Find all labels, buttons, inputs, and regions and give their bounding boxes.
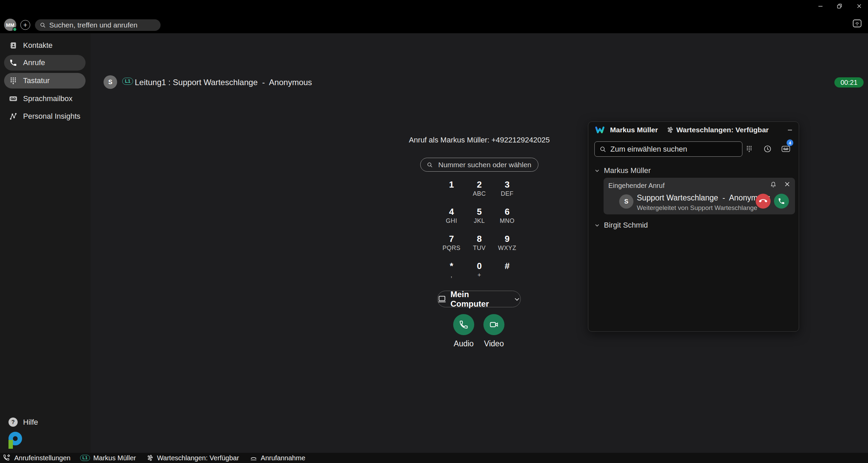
popup-owner-name: Markus Müller	[610, 126, 658, 134]
accept-phone-icon	[778, 197, 785, 205]
popup-minimize-button[interactable]	[787, 127, 793, 133]
close-icon	[856, 3, 862, 9]
popup-section-birgit-schmid[interactable]: Birgit Schmid	[594, 221, 648, 230]
audio-call-button[interactable]	[453, 314, 474, 335]
queue-status-label: Warteschlangen: Verfügbar	[157, 454, 239, 462]
dialpad-key-star[interactable]: *,	[438, 261, 465, 288]
popup-queue-status[interactable]: Warteschlangen: Verfügbar	[667, 126, 769, 134]
line-badge: L1	[122, 78, 133, 85]
global-search-bar	[35, 19, 161, 31]
incoming-call-title: Support Warteschlange - Anonymous	[637, 193, 770, 202]
popup-queue-status-label: Warteschlangen: Verfügbar	[676, 126, 769, 134]
chevron-down-icon	[594, 168, 600, 173]
active-call-title[interactable]: Leitung1 : Support Warteschlange - Anony…	[135, 78, 312, 87]
dialpad-icon	[746, 145, 753, 153]
sidebar-item-sprachmailbox[interactable]: Sprachmailbox	[4, 91, 86, 107]
popup-history-button[interactable]	[763, 144, 772, 154]
sidebar-item-kontakte[interactable]: Kontakte	[4, 38, 86, 53]
placetel-logo-stem	[8, 440, 13, 449]
popup-dialpad-button[interactable]	[744, 144, 754, 154]
insights-icon	[9, 112, 18, 121]
section-name: Markus Müller	[604, 166, 651, 175]
decline-call-button[interactable]	[756, 194, 771, 209]
accept-call-button[interactable]	[774, 194, 789, 209]
window-minimize-button[interactable]	[813, 1, 828, 12]
caller-id-line: Anruf als Markus Müller: +4922129242025	[377, 136, 581, 144]
video-camera-icon	[489, 320, 499, 329]
video-call-button[interactable]	[483, 314, 504, 335]
sidebar-item-anrufe[interactable]: Anrufe	[4, 55, 86, 71]
call-control-popup: Markus Müller Warteschlangen: Verfügbar	[588, 121, 799, 332]
sidebar: Kontakte Anrufe Tastatur Sprachmailbox P…	[0, 33, 91, 453]
notification-bell-button[interactable]	[770, 181, 777, 189]
voicemail-icon	[781, 145, 790, 153]
device-selector-label: Mein Computer	[450, 290, 510, 309]
voicemail-count-badge: 4	[787, 139, 793, 146]
webex-logo	[594, 126, 605, 134]
sidebar-label: Kontakte	[23, 41, 53, 50]
help-icon: ?	[8, 418, 18, 427]
dialpad: 1 2ABC 3DEF 4GHI 5JKL 6MNO 7PQRS 8TUV 9W…	[438, 179, 521, 288]
call-settings-button[interactable]: Anrufeinstellungen	[3, 454, 71, 462]
dialpad-key-1[interactable]: 1	[438, 179, 465, 206]
popup-search-bar	[594, 141, 742, 157]
statusbar: Anrufeinstellungen L1 Markus Müller Wart…	[0, 453, 868, 463]
help-label: Hilfe	[23, 418, 38, 427]
popup-voicemail-button[interactable]: 4	[781, 144, 791, 154]
dialpad-key-4[interactable]: 4GHI	[438, 206, 465, 233]
help-button[interactable]: ? Hilfe	[8, 418, 38, 427]
connect-to-device-button[interactable]	[852, 19, 863, 28]
active-line-indicator[interactable]: L1 Markus Müller	[80, 454, 136, 462]
window-restore-button[interactable]	[832, 1, 847, 12]
dialpad-key-9[interactable]: 9WXYZ	[493, 233, 521, 261]
call-pickup-icon	[250, 455, 257, 461]
sidebar-item-personal-insights[interactable]: Personal Insights	[4, 109, 86, 124]
bell-icon	[770, 181, 777, 189]
queue-status-indicator[interactable]: Warteschlangen: Verfügbar	[147, 454, 239, 462]
avatar-initial: S	[624, 198, 628, 205]
titlebar: MM +	[0, 0, 868, 33]
call-settings-icon	[3, 454, 11, 462]
dialpad-key-8[interactable]: 8TUV	[465, 233, 493, 261]
voicemail-icon	[9, 94, 18, 103]
audio-button-label: Audio	[453, 339, 474, 348]
call-settings-label: Anrufeinstellungen	[14, 454, 71, 462]
dialpad-key-hash[interactable]: #	[493, 261, 521, 288]
popup-dial-search-input[interactable]	[610, 145, 733, 154]
dialpad-key-3[interactable]: 3DEF	[493, 179, 521, 206]
decline-phone-icon	[759, 197, 767, 205]
dialpad-key-6[interactable]: 6MNO	[493, 206, 521, 233]
call-pickup-button[interactable]: Anrufannahme	[250, 454, 305, 462]
popup-toolbar: 4	[744, 144, 791, 154]
sidebar-item-tastatur[interactable]: Tastatur	[4, 73, 86, 89]
audio-phone-icon	[459, 320, 468, 329]
sidebar-label: Personal Insights	[23, 112, 80, 121]
popup-section-markus-mueller[interactable]: Markus Müller	[594, 166, 651, 175]
restore-icon	[837, 3, 842, 9]
dial-number-input[interactable]	[438, 161, 533, 169]
incoming-call-label: Eingehender Anruf	[608, 182, 665, 190]
dialpad-key-5[interactable]: 5JKL	[465, 206, 493, 233]
plus-icon: +	[23, 21, 27, 28]
dismiss-call-button[interactable]	[784, 181, 790, 189]
phone-icon	[9, 58, 18, 67]
global-search-input[interactable]	[49, 21, 151, 29]
webex-calling-app: MM + Kontakte Anrufe	[0, 0, 868, 463]
search-icon	[599, 146, 606, 153]
dialpad-key-7[interactable]: 7PQRS	[438, 233, 465, 261]
video-button-label: Video	[483, 339, 504, 348]
dialpad-key-0[interactable]: 0+	[465, 261, 493, 288]
popup-header: Markus Müller Warteschlangen: Verfügbar	[588, 122, 799, 138]
minimize-icon	[818, 3, 823, 9]
new-action-button[interactable]: +	[20, 20, 30, 30]
call-pickup-label: Anrufannahme	[261, 454, 305, 462]
user-avatar[interactable]: MM	[4, 19, 16, 31]
incoming-call-card: Eingehender Anruf S Support Warteschlang…	[604, 178, 795, 214]
dialpad-key-2[interactable]: 2ABC	[465, 179, 493, 206]
audio-device-selector[interactable]: Mein Computer	[437, 291, 521, 307]
incoming-call-subtitle: Weitergeleitet von Support Warteschlange	[637, 204, 757, 212]
search-icon	[40, 22, 46, 28]
queues-icon	[667, 127, 673, 133]
window-close-button[interactable]	[852, 1, 866, 12]
queues-icon	[147, 455, 153, 461]
